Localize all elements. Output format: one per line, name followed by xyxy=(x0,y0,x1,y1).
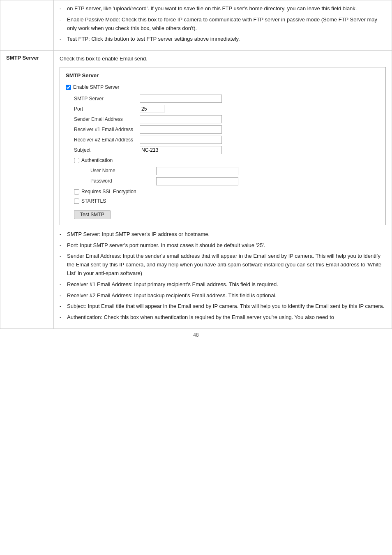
dash-icon-3: - xyxy=(60,35,65,44)
smtp-form: Enable SMTP Server SMTP Server Port xyxy=(66,83,380,219)
ftp-left-cell xyxy=(0,0,54,51)
smtp-bullet-3-text: Sender Email Address: Input the sender's… xyxy=(67,252,386,278)
auth-checkbox-row[interactable]: Authentication xyxy=(74,157,380,164)
receiver1-email-field-row: Receiver #1 Email Address xyxy=(66,125,380,134)
dash-smtp-2: - xyxy=(60,241,65,250)
dash-smtp-3: - xyxy=(60,252,65,261)
username-label: User Name xyxy=(90,167,156,175)
sender-email-input[interactable] xyxy=(140,115,222,123)
smtp-label: SMTP Server xyxy=(6,55,39,61)
smtp-bullet-7-text: Authentication: Check this box when auth… xyxy=(67,313,334,322)
ftp-right-cell: - on FTP server, like 'upload/record'. I… xyxy=(54,0,392,51)
auth-section: Authentication User Name Passwor xyxy=(66,157,380,185)
receiver1-email-input[interactable] xyxy=(140,125,222,134)
smtp-bullet-6: - Subject: Input Email title that will a… xyxy=(60,302,386,311)
smtp-row: SMTP Server Check this box to enable Ema… xyxy=(0,51,392,329)
password-label: Password xyxy=(90,177,156,185)
test-smtp-button[interactable]: Test SMTP xyxy=(74,210,111,219)
smtp-bullet-4: - Receiver #1 Email Address: Input prima… xyxy=(60,280,386,289)
smtp-bullets: - SMTP Server: Input SMTP server's IP ad… xyxy=(60,230,386,322)
smtp-right-cell: Check this box to enable Email send. SMT… xyxy=(54,51,392,329)
main-table: - on FTP server, like 'upload/record'. I… xyxy=(0,0,392,329)
password-field-row: Password xyxy=(82,177,380,185)
receiver1-email-label: Receiver #1 Email Address xyxy=(74,126,140,134)
smtp-box-title: SMTP Server xyxy=(66,72,380,80)
ftp-bullet-2: - Enable Passive Mode: Check this box to… xyxy=(60,16,386,33)
dash-icon-1: - xyxy=(60,5,65,13)
port-input[interactable] xyxy=(140,105,164,113)
smtp-bullet-5: - Receiver #2 Email Address: Input backu… xyxy=(60,291,386,300)
sender-email-label: Sender Email Address xyxy=(74,116,140,123)
starttls-label: STARTTLS xyxy=(81,197,106,205)
starttls-row[interactable]: STARTTLS xyxy=(74,197,380,205)
port-field-row: Port xyxy=(66,105,380,113)
ssl-label: Requires SSL Encryption xyxy=(81,188,136,196)
smtp-bullet-3: - Sender Email Address: Input the sender… xyxy=(60,252,386,278)
smtp-bullet-5-text: Receiver #2 Email Address: Input backup … xyxy=(67,291,277,300)
page-number: 48 xyxy=(0,329,392,341)
ssl-section: Requires SSL Encryption STARTTLS xyxy=(66,188,380,205)
receiver2-email-input[interactable] xyxy=(140,136,222,144)
smtp-bullet-4-text: Receiver #1 Email Address: Input primary… xyxy=(67,280,278,289)
enable-smtp-label: Enable SMTP Server xyxy=(73,83,120,91)
page-wrapper: - on FTP server, like 'upload/record'. I… xyxy=(0,0,392,341)
ftp-bullet-3-text: Test FTP: Click this button to test FTP … xyxy=(67,35,240,44)
ftp-bullet-1-text: on FTP server, like 'upload/record'. If … xyxy=(67,5,357,13)
ftp-bullet-1: - on FTP server, like 'upload/record'. I… xyxy=(60,5,386,13)
username-input[interactable] xyxy=(156,167,238,175)
dash-smtp-1: - xyxy=(60,230,65,239)
auth-fields: User Name Password xyxy=(74,167,380,185)
smtp-box: SMTP Server Enable SMTP Server SMTP Serv… xyxy=(60,67,386,225)
smtp-server-field-row: SMTP Server xyxy=(66,95,380,103)
smtp-bullet-6-text: Subject: Input Email title that will app… xyxy=(67,302,384,311)
port-label: Port xyxy=(74,105,140,113)
starttls-checkbox[interactable] xyxy=(74,199,79,204)
dash-smtp-4: - xyxy=(60,280,65,289)
enable-smtp-row[interactable]: Enable SMTP Server xyxy=(66,83,380,91)
receiver2-email-label: Receiver #2 Email Address xyxy=(74,136,140,144)
dash-icon-2: - xyxy=(60,16,65,24)
dash-smtp-5: - xyxy=(60,291,65,300)
subject-label: Subject xyxy=(74,146,140,154)
smtp-bullet-2: - Port: Input SMTP server's port number.… xyxy=(60,241,386,250)
enable-smtp-checkbox[interactable] xyxy=(66,85,71,90)
ftp-bullet-3: - Test FTP: Click this button to test FT… xyxy=(60,35,386,44)
ssl-row[interactable]: Requires SSL Encryption xyxy=(74,188,380,196)
subject-field-row: Subject xyxy=(66,146,380,154)
smtp-intro: Check this box to enable Email send. xyxy=(60,55,386,63)
smtp-server-label: SMTP Server xyxy=(74,95,140,103)
auth-label: Authentication xyxy=(81,157,113,164)
ftp-row: - on FTP server, like 'upload/record'. I… xyxy=(0,0,392,51)
dash-smtp-7: - xyxy=(60,313,65,322)
smtp-bullet-1: - SMTP Server: Input SMTP server's IP ad… xyxy=(60,230,386,239)
username-field-row: User Name xyxy=(82,167,380,175)
smtp-bullet-2-text: Port: Input SMTP server's port number. I… xyxy=(67,241,265,250)
auth-checkbox[interactable] xyxy=(74,158,79,163)
ftp-bullet-2-text: Enable Passive Mode: Check this box to f… xyxy=(67,16,386,33)
subject-input[interactable] xyxy=(140,146,222,154)
receiver2-email-field-row: Receiver #2 Email Address xyxy=(66,136,380,144)
sender-email-field-row: Sender Email Address xyxy=(66,115,380,123)
dash-smtp-6: - xyxy=(60,302,65,311)
smtp-bullet-7: - Authentication: Check this box when au… xyxy=(60,313,386,322)
smtp-left-cell: SMTP Server xyxy=(0,51,54,329)
smtp-bullet-1-text: SMTP Server: Input SMTP server's IP addr… xyxy=(67,230,210,239)
password-input[interactable] xyxy=(156,177,238,185)
smtp-server-input[interactable] xyxy=(140,95,222,103)
ssl-checkbox[interactable] xyxy=(74,189,79,194)
